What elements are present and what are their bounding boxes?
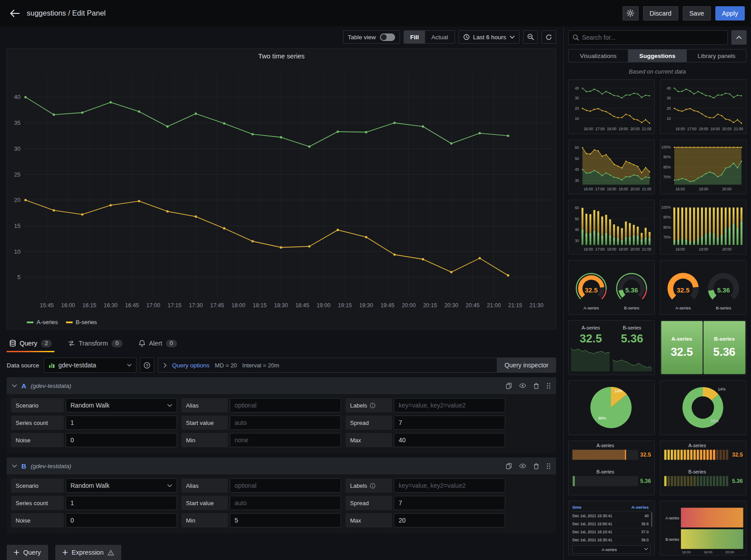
top-bar: suggestions / Edit Panel Discard Save Ap… — [0, 0, 751, 26]
suggestion-stat-colored[interactable]: A-series32.5B-series5.36 — [660, 320, 747, 375]
query-actions — [506, 463, 551, 469]
suggestion-state-timeline[interactable]: A-seriesB-series16:0018:0020:00 — [660, 501, 747, 556]
suggestion-gauge-simple[interactable]: 32.5A-series5.36B-series — [660, 260, 747, 315]
field-label-series-count: Series count — [11, 496, 64, 510]
svg-text:32.5: 32.5 — [640, 452, 651, 458]
suggestion-pie[interactable]: 14%86% — [568, 380, 655, 435]
field-label-spread: Spread — [346, 496, 392, 510]
panel-settings-button[interactable] — [623, 6, 639, 21]
add-query-button[interactable]: Query — [7, 545, 48, 560]
svg-text:30: 30 — [575, 239, 579, 243]
field-input-max[interactable] — [394, 433, 505, 447]
suggestion-lines-2[interactable]: 4030201016:0017:0018:0019:0020:0021:00 — [660, 79, 747, 134]
svg-text:16:15: 16:15 — [83, 302, 96, 309]
scenario-select[interactable]: Random Walk — [66, 478, 177, 493]
svg-text:70%: 70% — [663, 235, 671, 239]
suggestion-bars-percent[interactable]: 100%90%80%70%16:0018:0020:00 — [660, 200, 747, 255]
scenario-select[interactable]: Random Walk — [66, 398, 177, 412]
field-label-spread: Spread — [346, 416, 392, 430]
remove-query-button[interactable] — [533, 383, 539, 389]
drag-handle-icon — [546, 383, 551, 389]
datasource-help-button[interactable]: ? — [140, 358, 154, 373]
field-input-labels[interactable] — [394, 398, 505, 412]
query-header-B[interactable]: B(gdev-testdata) — [7, 457, 556, 474]
field-input-alias[interactable] — [230, 478, 341, 493]
suggestion-lines-1[interactable]: 4030201016:0017:0018:0019:0020:0021:00 — [568, 79, 655, 134]
legend-item-a[interactable]: A-series — [27, 319, 58, 325]
svg-text:Dec 1st, 2021 16:30:41: Dec 1st, 2021 16:30:41 — [572, 538, 612, 542]
apply-button[interactable]: Apply — [715, 6, 745, 21]
tab-suggestions[interactable]: Suggestions — [628, 49, 687, 62]
suggestion-stat[interactable]: A-series32.5B-series5.36 — [568, 320, 655, 375]
tab-alert[interactable]: Alert 0 — [136, 334, 180, 352]
field-input-min[interactable] — [230, 433, 341, 447]
svg-text:21:30: 21:30 — [529, 302, 543, 309]
field-input-min[interactable] — [230, 513, 341, 527]
svg-text:86%: 86% — [711, 419, 719, 423]
legend-item-b[interactable]: B-series — [66, 319, 97, 325]
svg-text:30: 30 — [14, 145, 21, 152]
suggestion-bar-gauge-lcd[interactable]: A-series32.5B-series5.36 — [660, 441, 747, 495]
duplicate-query-button[interactable] — [506, 463, 512, 469]
drag-query-handle[interactable] — [546, 383, 551, 389]
query-header-A[interactable]: A(gdev-testdata) — [7, 377, 556, 394]
field-input-start-value[interactable] — [230, 496, 341, 510]
discard-button[interactable]: Discard — [643, 6, 678, 21]
suggestion-table[interactable]: timeA-seriesDec 1st, 2021 15:30:4140Dec … — [568, 501, 655, 556]
add-expression-button[interactable]: Expression — [55, 545, 122, 560]
remove-query-button[interactable] — [533, 463, 539, 469]
legend-swatch-b — [66, 321, 73, 323]
suggestion-bars-stacked[interactable]: 6050403016:0017:0018:0019:0020:0021:00 — [568, 200, 655, 255]
fill-option[interactable]: Fill — [404, 31, 425, 43]
tab-library-panels[interactable]: Library panels — [687, 49, 746, 62]
mini-stat: A-series32.5B-series5.36 — [569, 321, 654, 375]
query-fields: ScenarioRandom WalkAliasLabelsSeries cou… — [7, 474, 556, 533]
suggestion-bar-gauge[interactable]: A-series32.5B-series5.36 — [568, 441, 655, 495]
max-data-points: MD = 20 — [215, 362, 237, 369]
time-range-picker[interactable]: Last 6 hours — [458, 30, 520, 44]
tab-transform[interactable]: Transform 0 — [65, 334, 125, 352]
collapse-options-button[interactable] — [731, 30, 747, 45]
tab-query[interactable]: Query 2 — [7, 334, 54, 352]
suggestions-subtitle: Based on current data — [568, 68, 747, 75]
zoom-out-button[interactable] — [523, 30, 538, 44]
chevron-right-icon[interactable] — [164, 363, 167, 368]
search-input[interactable] — [582, 34, 723, 41]
disable-query-button[interactable] — [519, 463, 526, 469]
datasource-picker[interactable]: gdev-testdata — [44, 358, 136, 373]
field-input-spread[interactable] — [394, 496, 505, 510]
query-inspector-button[interactable]: Query inspector — [497, 358, 556, 372]
field-input-max[interactable] — [394, 513, 505, 527]
field-input-start-value[interactable] — [230, 416, 341, 430]
panel-title: Two time series — [7, 49, 556, 61]
duplicate-query-button[interactable] — [506, 383, 512, 389]
field-input-series-count[interactable] — [66, 496, 177, 510]
svg-text:40: 40 — [644, 514, 649, 518]
field-label-labels: Labels — [346, 398, 392, 412]
save-button[interactable]: Save — [683, 6, 711, 21]
query-options-link[interactable]: Query options — [172, 362, 210, 369]
suggestion-donut[interactable]: 14%86% — [660, 380, 747, 435]
field-input-spread[interactable] — [394, 416, 505, 430]
field-input-labels[interactable] — [394, 478, 505, 493]
drag-query-handle[interactable] — [546, 463, 551, 469]
field-input-noise[interactable] — [66, 433, 177, 447]
query-actions — [506, 383, 551, 389]
timeseries-chart-canvas[interactable]: 51015202530354015:4516:0016:1516:3016:45… — [7, 61, 556, 317]
field-input-noise[interactable] — [66, 513, 177, 527]
refresh-button[interactable] — [541, 30, 556, 44]
actual-option[interactable]: Actual — [425, 31, 454, 43]
svg-text:40: 40 — [667, 86, 671, 91]
svg-text:5.36: 5.36 — [625, 287, 638, 294]
suggestion-gauge[interactable]: 32.5A-series5.36B-series — [568, 260, 655, 315]
suggestion-area-stacked[interactable]: 6050403016:0017:0018:0019:0020:0021:00 — [568, 140, 655, 194]
field-input-series-count[interactable] — [66, 416, 177, 430]
field-input-alias[interactable] — [230, 398, 341, 412]
svg-text:40: 40 — [575, 167, 579, 172]
table-view-toggle[interactable] — [380, 33, 395, 41]
disable-query-button[interactable] — [519, 383, 526, 388]
tab-query-count: 2 — [41, 340, 52, 347]
back-button[interactable] — [7, 6, 22, 21]
suggestion-area-percent[interactable]: 100%90%80%70%16:0018:0020:00 — [660, 140, 747, 194]
tab-visualizations[interactable]: Visualizations — [569, 49, 628, 62]
